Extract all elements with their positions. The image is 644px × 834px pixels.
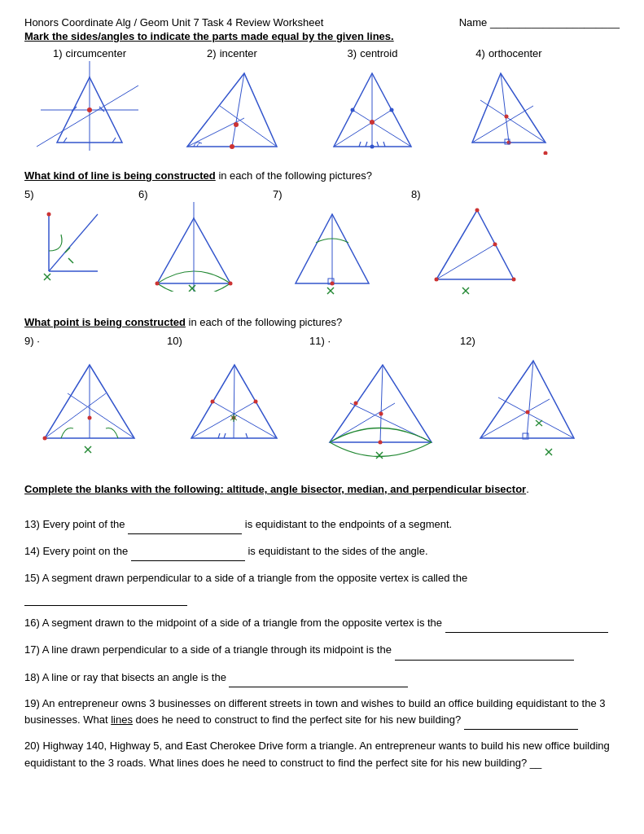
qa15-blank bbox=[24, 587, 187, 606]
svg-line-16 bbox=[334, 110, 392, 147]
fig9-num: 9) · bbox=[24, 335, 40, 347]
fig3-svg bbox=[313, 61, 432, 151]
fig5-svg bbox=[33, 202, 114, 283]
figure-12: 12) bbox=[460, 335, 590, 467]
svg-point-70 bbox=[43, 437, 47, 441]
svg-point-4 bbox=[87, 108, 92, 112]
svg-line-29 bbox=[472, 106, 533, 143]
name-field: Name ______________________ bbox=[459, 16, 620, 29]
qa13-num: 13) Every point of the bbox=[24, 518, 128, 530]
page-title: Honors Coordinate Alg / Geom Unit 7 Task… bbox=[24, 16, 323, 29]
qa15-text: 15) A segment drawn perpendicular to a s… bbox=[24, 572, 467, 584]
qa-14: 14) Every point on the is equidistant to… bbox=[24, 542, 620, 561]
svg-line-65 bbox=[68, 393, 134, 438]
svg-point-97 bbox=[526, 410, 530, 415]
svg-line-25 bbox=[383, 142, 385, 147]
svg-line-78 bbox=[218, 433, 220, 438]
fig1-label: circumcenter bbox=[66, 47, 126, 59]
qa-19: 19) An entrepreneur owns 3 businesses on… bbox=[24, 696, 620, 731]
svg-point-31 bbox=[505, 115, 509, 119]
svg-marker-93 bbox=[480, 361, 574, 438]
fig3-num: 3) bbox=[348, 47, 357, 59]
figure-8: 8) bbox=[411, 188, 541, 300]
svg-point-90 bbox=[354, 402, 358, 406]
fig10-svg bbox=[171, 349, 297, 463]
fig6-svg bbox=[145, 202, 251, 292]
section2-question-rest: in each of the following pictures? bbox=[218, 169, 372, 182]
svg-point-14 bbox=[230, 144, 234, 149]
fig12-num: 12) bbox=[460, 335, 475, 347]
qa-17: 17) A line drawn perpendicular to a side… bbox=[24, 641, 620, 660]
section3-question: What point is being constructed bbox=[24, 316, 186, 328]
svg-point-88 bbox=[379, 412, 383, 416]
section1-instruction-text: Mark the sides/angles to indicate the pa… bbox=[24, 30, 394, 42]
svg-point-45 bbox=[155, 282, 159, 286]
svg-line-26 bbox=[377, 142, 379, 147]
figure-4: 4) orthocenter bbox=[444, 47, 574, 155]
fig4-num: 4) bbox=[475, 47, 485, 59]
svg-line-30 bbox=[480, 100, 545, 143]
svg-line-79 bbox=[224, 433, 226, 438]
fig9-svg bbox=[28, 349, 155, 463]
fig10-num: 10) bbox=[167, 335, 182, 347]
svg-point-54 bbox=[330, 282, 334, 286]
svg-marker-9 bbox=[187, 73, 277, 147]
svg-line-56 bbox=[436, 244, 495, 279]
svg-point-33 bbox=[544, 151, 548, 156]
svg-line-3 bbox=[37, 86, 138, 147]
page-header: Honors Coordinate Alg / Geom Unit 7 Task… bbox=[24, 16, 620, 29]
fig2-svg bbox=[171, 61, 293, 151]
svg-point-89 bbox=[379, 441, 383, 445]
fig3-label: centroid bbox=[360, 47, 397, 59]
figure-11: 11) · bbox=[309, 335, 452, 467]
fig11-num: 11) · bbox=[309, 335, 331, 347]
figure-3: 3) centroid bbox=[309, 47, 436, 151]
svg-point-21 bbox=[351, 108, 355, 112]
fig4-svg bbox=[448, 61, 570, 155]
svg-point-13 bbox=[234, 122, 239, 127]
svg-line-39 bbox=[68, 258, 73, 263]
svg-point-67 bbox=[88, 416, 92, 420]
svg-point-20 bbox=[390, 108, 394, 112]
qa-list: 13) Every point of the is equidistant to… bbox=[24, 516, 620, 687]
svg-point-58 bbox=[512, 278, 516, 282]
fig7-num: 7) bbox=[273, 188, 283, 200]
figure-9: 9) · bbox=[24, 335, 159, 463]
fig1-svg bbox=[33, 61, 147, 151]
svg-marker-27 bbox=[472, 73, 545, 143]
figure-5: 5) bbox=[24, 188, 122, 283]
qa13-suffix: is equidistant to the endpoints of a seg… bbox=[245, 518, 452, 530]
svg-point-46 bbox=[228, 282, 232, 286]
section1-figures: 1) circumcenter 2) incenter bbox=[24, 47, 620, 155]
svg-line-72 bbox=[191, 402, 256, 438]
svg-point-22 bbox=[370, 145, 375, 149]
svg-line-23 bbox=[359, 142, 361, 147]
qa19-blank bbox=[464, 712, 578, 730]
qa-18: 18) A line or ray that bisects an angle … bbox=[24, 669, 620, 687]
section2-intro: What kind of line is being constructed i… bbox=[24, 169, 620, 182]
fig8-svg bbox=[416, 202, 537, 300]
section2-figures: 5) 6) bbox=[24, 188, 620, 300]
section3-question-rest: in each of the following pictures? bbox=[189, 316, 343, 328]
qa14-suffix: is equidistant to the sides of the angle… bbox=[248, 545, 427, 557]
fig5-num: 5) bbox=[24, 188, 34, 200]
qa18-text: 18) A line or ray that bisects an angle … bbox=[24, 671, 229, 683]
qa-13: 13) Every point of the is equidistant to… bbox=[24, 516, 620, 534]
svg-line-73 bbox=[212, 402, 277, 438]
svg-line-24 bbox=[366, 142, 367, 147]
qa16-blank bbox=[445, 614, 608, 633]
figure-10: 10) bbox=[167, 335, 301, 463]
svg-line-8 bbox=[112, 138, 116, 143]
qa18-blank bbox=[229, 669, 408, 687]
svg-line-87 bbox=[380, 365, 383, 442]
qa-15: 15) A segment drawn perpendicular to a s… bbox=[24, 569, 620, 606]
fig8-num: 8) bbox=[411, 188, 421, 200]
fig7-svg bbox=[279, 202, 389, 296]
svg-line-64 bbox=[45, 393, 106, 438]
section5: 19) An entrepreneur owns 3 businesses on… bbox=[24, 696, 620, 772]
svg-point-76 bbox=[254, 400, 258, 404]
qa19-underline: lines bbox=[111, 713, 133, 726]
figure-6: 6) bbox=[138, 188, 256, 292]
fig2-num: 2) bbox=[207, 47, 217, 59]
svg-point-19 bbox=[370, 120, 375, 125]
